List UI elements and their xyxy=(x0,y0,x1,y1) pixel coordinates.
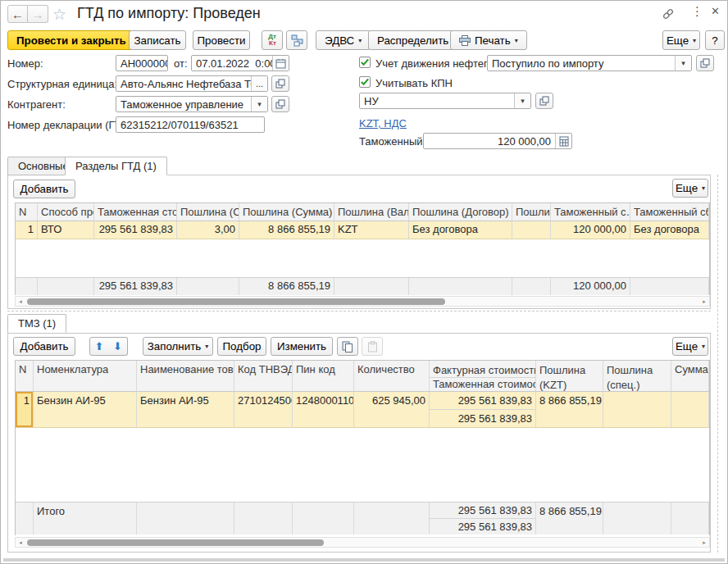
scroll-left-icon[interactable]: ◂ xyxy=(16,538,25,547)
totals-customs-fee: 120 000,00 xyxy=(551,278,630,295)
table-row[interactable]: 1 Бензин АИ-95 Бензин АИ-95 2710124500 1… xyxy=(16,392,709,428)
scrollbar-thumb[interactable] xyxy=(27,298,445,305)
print-button[interactable]: Печать ▾ xyxy=(450,30,527,50)
paste-button[interactable] xyxy=(362,337,383,356)
pick-button[interactable]: Подбор xyxy=(217,337,266,356)
copy-button[interactable] xyxy=(337,337,358,356)
table-row[interactable]: 1 ВТО 295 561 839,83 3,00 8 866 855,19 K… xyxy=(16,221,709,239)
check-icon xyxy=(360,57,370,67)
totals-duty-sum: 8 866 855,19 xyxy=(239,278,334,295)
open-nu-button[interactable] xyxy=(535,93,553,109)
more-button[interactable]: Еще ▾ xyxy=(662,30,700,50)
open-structural-unit-button[interactable] xyxy=(271,75,289,92)
vertical-splitter[interactable] xyxy=(717,175,718,553)
oil-movement-select[interactable]: Поступило по импорту ▾ xyxy=(487,55,692,71)
cell-method[interactable]: ВТО xyxy=(38,221,94,239)
counterparty-input[interactable]: Таможенное управление ▾ xyxy=(116,96,268,112)
dropdown-caret-icon[interactable]: ▾ xyxy=(675,56,691,70)
forward-button[interactable]: → xyxy=(28,5,48,23)
dropdown-caret-icon[interactable]: ▾ xyxy=(514,93,530,108)
sections-more-button[interactable]: Еще ▾ xyxy=(672,179,708,198)
kpn-checkbox[interactable] xyxy=(359,76,371,88)
scroll-right-icon[interactable]: ▸ xyxy=(699,297,709,306)
cell-customs-value[interactable]: 295 561 839,83 xyxy=(94,221,177,239)
edvs-button[interactable]: ЭДВС ▾ xyxy=(316,30,371,50)
cell-invoice-value[interactable]: 295 561 839,83 xyxy=(430,392,535,410)
cell-quantity[interactable]: 625 945,00 xyxy=(354,392,430,427)
number-input[interactable]: АН000000001 xyxy=(116,55,168,71)
add-item-button[interactable]: Добавить xyxy=(13,337,75,356)
post-and-close-button[interactable]: Провести и закрыть xyxy=(7,30,135,50)
scrollbar-thumb[interactable] xyxy=(27,539,324,546)
move-down-button[interactable]: ⬇ xyxy=(108,337,128,356)
choose-ellipsis-button[interactable]: ... xyxy=(251,76,267,91)
favorite-star-icon[interactable]: ☆ xyxy=(52,5,66,24)
cell-duty-sum[interactable]: 8 866 855,19 xyxy=(239,221,334,239)
cell-tnved-code[interactable]: 2710124500 xyxy=(234,392,293,427)
open-oil-movement-button[interactable] xyxy=(696,55,714,71)
back-button[interactable]: ← xyxy=(7,5,28,23)
cell-duty-rate[interactable]: 3,00 xyxy=(177,221,239,239)
add-section-button[interactable]: Добавить xyxy=(13,180,75,198)
date-input[interactable]: 07.01.2022 0:00:01 xyxy=(191,55,289,71)
tmz-panel: Добавить ⬆ ⬇ Заполнить ▾ Подбор Изменить… xyxy=(7,333,711,553)
document-movements-button[interactable] xyxy=(286,30,307,50)
table-empty-area xyxy=(16,428,709,502)
currency-vat-link[interactable]: KZT, НДС xyxy=(359,117,407,130)
cell-duty-currency[interactable]: KZT xyxy=(334,221,409,239)
calculator-icon[interactable] xyxy=(555,134,571,148)
cell-n[interactable]: 1 xyxy=(16,221,38,239)
scrollbar-track[interactable] xyxy=(25,538,699,547)
cell-duty-spec[interactable] xyxy=(603,392,671,427)
cell-product-name[interactable]: Бензин АИ-95 xyxy=(137,392,234,427)
cell-customs-fee[interactable]: 120 000,00 xyxy=(551,221,630,239)
help-button[interactable]: ? xyxy=(705,30,725,50)
scroll-left-icon[interactable]: ◂ xyxy=(16,297,25,306)
structural-unit-input[interactable]: Авто-Альянс Нефтебаза ТОО ... xyxy=(116,75,268,92)
column-header: Сумма с xyxy=(671,361,709,391)
save-button[interactable]: Записать xyxy=(129,30,186,50)
totals-customs-value: 295 561 839,83 xyxy=(430,519,535,534)
open-icon xyxy=(275,79,285,89)
tab-tmz[interactable]: ТМЗ (1) xyxy=(7,314,66,333)
oil-movement-checkbox[interactable] xyxy=(359,57,371,68)
cell-values-split[interactable]: 295 561 839,83 295 561 839,83 xyxy=(430,392,536,427)
nu-select[interactable]: НУ ▾ xyxy=(359,93,531,109)
column-header: Номенклатура xyxy=(34,361,137,391)
more-menu-icon[interactable]: ⋮ xyxy=(691,4,703,19)
cell-customs-value[interactable]: 295 561 839,83 xyxy=(430,410,535,427)
horizontal-scrollbar[interactable]: ◂ ▸ xyxy=(15,296,710,307)
cell-n[interactable]: 1 xyxy=(16,392,34,427)
dtkt-postings-button[interactable]: Дт Кт xyxy=(262,30,283,50)
cell-duty-contract[interactable]: Без договора xyxy=(409,221,512,239)
table-totals-row: Итого 295 561 839,83 295 561 839,83 8 86… xyxy=(16,502,709,534)
cell-duty-extra[interactable] xyxy=(512,221,551,239)
cell-pin-code[interactable]: 124800011095 xyxy=(293,392,354,427)
calendar-icon[interactable] xyxy=(272,56,289,70)
dropdown-caret-icon[interactable]: ▾ xyxy=(251,97,267,111)
tmz-table: N Номенклатура Наименование товара Код Т… xyxy=(15,360,710,535)
copy-link-icon[interactable] xyxy=(662,7,675,20)
tab-gtd-sections[interactable]: Разделы ГТД (1) xyxy=(65,157,167,175)
copy-icon xyxy=(342,341,353,352)
edit-button[interactable]: Изменить xyxy=(271,337,333,356)
fill-button[interactable]: Заполнить ▾ xyxy=(143,337,213,356)
cell-nomenclature[interactable]: Бензин АИ-95 xyxy=(34,392,137,427)
horizontal-scrollbar[interactable]: ◂ ▸ xyxy=(15,537,710,548)
open-counterparty-button[interactable] xyxy=(271,96,289,112)
cell-fee-contract[interactable]: Без договора xyxy=(630,221,709,239)
tmz-more-button[interactable]: Еще ▾ xyxy=(672,337,708,356)
cell-duty-kzt[interactable]: 8 866 855,19 xyxy=(536,392,603,427)
panel-splitter[interactable] xyxy=(7,311,711,312)
close-icon[interactable]: ✕ xyxy=(711,5,720,17)
cell-sum[interactable] xyxy=(671,392,709,427)
declaration-number-input[interactable]: 62315212/070119/63521 xyxy=(116,116,265,133)
totals-cell xyxy=(603,503,671,534)
move-up-button[interactable]: ⬆ xyxy=(89,337,109,356)
column-header: Пошлина (Договор) xyxy=(409,203,512,221)
post-button[interactable]: Провести xyxy=(193,30,250,50)
customs-fee-input[interactable]: 120 000,00 xyxy=(423,133,572,149)
scroll-right-icon[interactable]: ▸ xyxy=(699,538,709,547)
table-header-row: N Способ про… Таможенная сто… Пошлина (С… xyxy=(16,203,709,221)
scrollbar-track[interactable] xyxy=(25,297,699,306)
